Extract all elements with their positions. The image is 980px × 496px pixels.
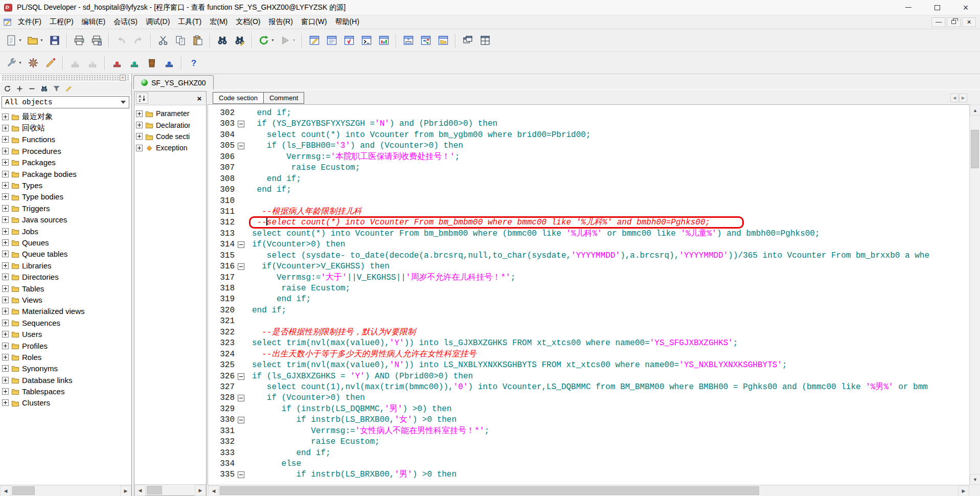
tree-item[interactable]: Java sources bbox=[0, 214, 131, 226]
expand-icon[interactable] bbox=[2, 365, 9, 372]
code-line[interactable]: 309 end if; bbox=[208, 185, 969, 195]
scroll-left-icon[interactable]: ◀ bbox=[0, 485, 11, 496]
object-filter-select[interactable]: All objects bbox=[2, 96, 129, 108]
preferences-button[interactable]: ▼ bbox=[3, 54, 25, 72]
expand-icon[interactable] bbox=[136, 145, 143, 151]
document-tab[interactable]: SF_YS_GHXZ00 bbox=[133, 75, 214, 89]
tree-item[interactable]: Packages bbox=[0, 157, 131, 168]
menu-item-9[interactable]: 报告(R) bbox=[264, 15, 297, 29]
scroll-right-icon[interactable]: ▶ bbox=[120, 485, 131, 496]
expand-icon[interactable] bbox=[2, 136, 9, 143]
code-line[interactable]: 302 end if; bbox=[208, 108, 969, 119]
report-window-button[interactable] bbox=[375, 32, 393, 49]
tree-item[interactable]: Roles bbox=[0, 351, 131, 363]
expand-icon[interactable] bbox=[2, 343, 9, 349]
expand-icon[interactable] bbox=[136, 122, 143, 128]
expand-icon[interactable] bbox=[2, 320, 9, 326]
code-line[interactable]: 334 else bbox=[208, 459, 969, 469]
diagram-window-button[interactable] bbox=[417, 32, 435, 49]
scroll-track[interactable] bbox=[146, 485, 195, 495]
expand-icon[interactable] bbox=[2, 171, 9, 177]
tree-item[interactable]: Directories bbox=[0, 271, 131, 282]
structure-hscrollbar[interactable]: ◀ ▶ bbox=[134, 484, 206, 495]
fold-collapse-icon[interactable] bbox=[238, 373, 244, 380]
tree-item[interactable]: Sequences bbox=[0, 317, 131, 328]
structure-item[interactable]: Parameters bbox=[134, 108, 206, 119]
browser-folder-button[interactable] bbox=[435, 32, 452, 49]
expand-icon[interactable] bbox=[2, 239, 9, 246]
tree-item[interactable]: Types bbox=[0, 179, 131, 191]
code-line[interactable]: 327 select count(1),nvl(max(trim(bmmc00)… bbox=[208, 382, 969, 393]
code-line[interactable]: 330 if instrb(LS_BRXB00,'女') >0 then bbox=[208, 415, 969, 425]
code-line[interactable]: 319 end if; bbox=[208, 294, 969, 305]
menu-item-8[interactable]: 文档(O) bbox=[232, 15, 264, 29]
close-button[interactable]: × bbox=[951, 0, 980, 15]
code-line[interactable]: 306 Verrmsg:='本院职工医保请到收费处挂号！'; bbox=[208, 152, 969, 163]
undo-button[interactable] bbox=[112, 32, 130, 49]
scroll-thumb[interactable] bbox=[220, 486, 759, 495]
sql-window-button[interactable] bbox=[323, 32, 340, 49]
tree-item[interactable]: Jobs bbox=[0, 226, 131, 237]
print-button[interactable] bbox=[71, 32, 88, 49]
scroll-left-icon[interactable]: ◀ bbox=[134, 485, 146, 496]
menu-item-7[interactable]: 宏(M) bbox=[206, 15, 232, 29]
tree-item[interactable]: 最近对象 bbox=[0, 111, 131, 122]
code-line[interactable]: 318 raise Ecustom; bbox=[208, 283, 969, 294]
editor-tab-comment[interactable]: Comment bbox=[264, 92, 304, 104]
check-in-button[interactable] bbox=[66, 54, 84, 72]
expand-icon[interactable] bbox=[2, 262, 9, 269]
scroll-thumb[interactable] bbox=[12, 486, 35, 495]
expand-icon[interactable] bbox=[2, 274, 9, 280]
code-line[interactable]: 329 if (instrb(LS_DQBMMC,'男') >0) then bbox=[208, 404, 969, 415]
expand-icon[interactable] bbox=[2, 251, 9, 257]
browser-hscrollbar[interactable]: ◀ ▶ bbox=[0, 485, 131, 496]
expand-icon[interactable] bbox=[2, 125, 9, 131]
scroll-down-icon[interactable]: ▼ bbox=[970, 474, 980, 485]
tab-scroll-left-icon[interactable]: ◀ bbox=[950, 94, 959, 102]
code-line[interactable]: 315 select (sysdate- to_date(decode(a.br… bbox=[208, 251, 969, 261]
check-out-button[interactable] bbox=[84, 54, 101, 72]
mdi-minimize-button[interactable] bbox=[931, 17, 945, 27]
collapse-all-button[interactable] bbox=[26, 83, 37, 94]
menu-item-1[interactable]: 文件(F) bbox=[14, 15, 45, 29]
scroll-right-icon[interactable]: ▶ bbox=[958, 485, 969, 496]
scroll-right-icon[interactable]: ▶ bbox=[195, 485, 206, 496]
code-line[interactable]: 325select trim(nvl(max(value0),'N')) int… bbox=[208, 360, 969, 371]
scroll-thumb[interactable] bbox=[971, 130, 979, 168]
expand-icon[interactable] bbox=[136, 133, 143, 140]
code-line[interactable]: 308 end if; bbox=[208, 174, 969, 185]
structure-item[interactable]: Declarations bbox=[134, 119, 206, 130]
refresh-browser-button[interactable] bbox=[2, 83, 13, 94]
code-line[interactable]: 335 if instrb(LS_BRXB00,'男') >0 then bbox=[208, 469, 969, 480]
menu-item-3[interactable]: 编辑(E) bbox=[78, 15, 110, 29]
code-line[interactable]: 317 Verrmsg:='大于'||V_EKGHSS||'周岁不允许在儿科挂号… bbox=[208, 273, 969, 283]
code-line[interactable]: 328 if (Vcounter>0) then bbox=[208, 393, 969, 403]
tree-item[interactable]: Queue tables bbox=[0, 249, 131, 260]
scroll-up-icon[interactable]: ▲ bbox=[970, 105, 980, 116]
expand-icon[interactable] bbox=[2, 354, 9, 360]
editor-hscrollbar[interactable]: ◀ ▶ bbox=[208, 485, 969, 496]
menu-item-5[interactable]: 调试(D) bbox=[142, 15, 174, 29]
code-line[interactable]: 323select trim(nvl(max(value0),'Y')) int… bbox=[208, 338, 969, 349]
seal-red-button[interactable] bbox=[108, 54, 126, 72]
fold-collapse-icon[interactable] bbox=[238, 471, 244, 478]
code-line[interactable]: 333 end if; bbox=[208, 448, 969, 459]
code-line[interactable]: 324 --出生天数小于等于多少天的男性病人允许在女性科室挂号 bbox=[208, 349, 969, 360]
mdi-restore-button[interactable] bbox=[947, 17, 961, 27]
cascade-windows-button[interactable] bbox=[459, 32, 476, 49]
scroll-track[interactable] bbox=[219, 485, 958, 496]
tree-item[interactable]: Views bbox=[0, 294, 131, 305]
filter-button[interactable] bbox=[51, 83, 62, 94]
code-line[interactable]: 314if(Vcounter>0) then bbox=[208, 239, 969, 250]
minimize-button[interactable] bbox=[894, 0, 923, 15]
tree-item[interactable]: Functions bbox=[0, 134, 131, 145]
tree-item[interactable]: Queues bbox=[0, 237, 131, 248]
execute-button[interactable]: ▼ bbox=[277, 32, 299, 49]
expand-icon[interactable] bbox=[2, 205, 9, 212]
fold-collapse-icon[interactable] bbox=[238, 241, 244, 248]
scroll-track[interactable] bbox=[11, 485, 120, 496]
test-window-button[interactable] bbox=[340, 32, 358, 49]
sort-button[interactable]: AZ bbox=[136, 93, 148, 104]
tree-item[interactable]: Tables bbox=[0, 283, 131, 294]
code-line[interactable]: 316 if(Vcounter>V_EKGHSS) then bbox=[208, 261, 969, 272]
